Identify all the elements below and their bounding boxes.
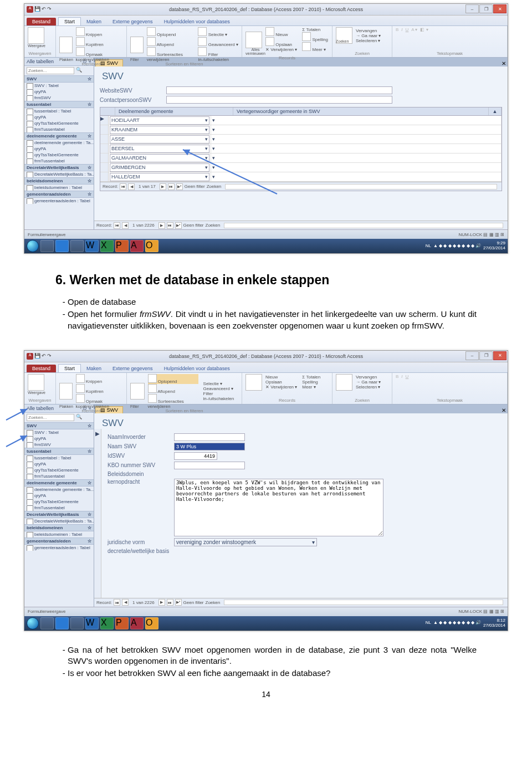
window-min-button[interactable]: – <box>466 4 479 13</box>
tab-hulpmiddelen[interactable]: Hulpmiddelen voor databases <box>158 365 236 372</box>
doc-close-button[interactable]: ✕ <box>502 60 506 66</box>
ribbon-knippen[interactable]: Knippen <box>76 27 123 37</box>
gemeente-combo[interactable]: KRAAINEM▾ <box>110 126 209 134</box>
nav-last-icon[interactable]: ⏭ <box>167 599 173 606</box>
taskbar-app[interactable]: P <box>115 617 129 629</box>
search-icon[interactable]: 🔍 <box>76 414 82 421</box>
jurvorm-select[interactable]: vereniging zonder winstoogmerk▾ <box>174 538 317 546</box>
nav-next-icon[interactable]: ▶ <box>158 222 165 229</box>
website-input[interactable] <box>166 86 392 94</box>
gemeente-combo[interactable]: HOEILAART▾ <box>110 116 209 125</box>
nav-item[interactable]: frmSWV <box>24 95 94 101</box>
nav-item[interactable]: qryPA <box>24 436 94 442</box>
nav-search-input[interactable] <box>27 67 74 74</box>
taskbar-app[interactable]: P <box>115 240 129 252</box>
ribbon-totalen[interactable]: Σ Totalen <box>302 375 320 380</box>
paste-icon[interactable] <box>59 383 73 400</box>
tab-externe[interactable]: Externe gegevens <box>107 18 158 25</box>
taskbar-app[interactable]: W <box>85 617 99 629</box>
grid-hscroll[interactable] <box>225 184 497 190</box>
nav-group-header[interactable]: deelnemende gemeente☆ <box>24 479 94 487</box>
nav-group-header[interactable]: SWV☆ <box>24 75 94 83</box>
window-close-button[interactable]: ✕ <box>493 351 507 360</box>
ribbon-selecteren[interactable]: Selecteren ▾ <box>356 385 381 390</box>
vertegenwoordiger-combo[interactable]: ▾ <box>212 117 318 123</box>
taskbar-app[interactable]: X <box>100 240 114 252</box>
taskbar-app[interactable]: A <box>130 617 144 629</box>
nav-next-icon[interactable]: ▶ <box>160 183 166 190</box>
tab-hulpmiddelen[interactable]: Hulpmiddelen voor databases <box>158 18 236 25</box>
tab-start[interactable]: Start <box>58 17 81 25</box>
nav-first-icon[interactable]: ⏮ <box>114 599 120 606</box>
table-row[interactable]: ▶HOEILAART▾▾ <box>100 116 502 125</box>
taskbar-app[interactable] <box>70 240 84 252</box>
nav-group-header[interactable]: beleidsdomeinen☆ <box>24 524 94 531</box>
nav-item[interactable]: qryTssTabelGemeente <box>24 120 94 126</box>
taskbar-app[interactable]: X <box>100 617 114 629</box>
ribbon-geavanceerd[interactable]: Geavanceerd ▾ <box>203 386 238 391</box>
ribbon-selectie[interactable]: Selectie ▾ <box>203 381 238 386</box>
view-icon[interactable] <box>28 27 44 44</box>
kernopdracht-input[interactable] <box>174 479 383 536</box>
naaminvoerder-input[interactable] <box>174 433 245 441</box>
nav-last-icon[interactable]: ⏭ <box>168 183 175 190</box>
nav-prev-icon[interactable]: ◀ <box>122 599 129 606</box>
nav-group-header[interactable]: gemeenteraadsleden☆ <box>24 191 94 198</box>
nav-last-icon[interactable]: ⏭ <box>167 222 173 229</box>
gemeente-combo[interactable]: GALMAARDEN▾ <box>110 154 209 162</box>
tab-bestand[interactable]: Bestand <box>27 365 56 372</box>
form-hscroll[interactable] <box>224 600 503 605</box>
view-switcher[interactable]: ▤ ▦ ▥ ⊞ <box>483 609 504 614</box>
taskbar-app[interactable] <box>40 617 54 629</box>
ribbon-ganaar[interactable]: → Ga naar ▾ <box>356 33 381 38</box>
nav-first-icon[interactable]: ⏮ <box>114 222 120 229</box>
start-orb[interactable] <box>27 240 39 252</box>
nav-item[interactable]: qryTssTabelGemeente <box>24 467 94 473</box>
vertegenwoordiger-combo[interactable]: ▾ <box>212 146 318 151</box>
ribbon-selectie[interactable]: Selectie ▾ <box>198 27 238 37</box>
nav-item[interactable]: frmSWV <box>24 442 94 448</box>
ribbon-aflopend[interactable]: Aflopend <box>147 37 193 47</box>
ribbon-vervangen[interactable]: Vervangen <box>356 28 381 33</box>
nav-item[interactable]: deelnemende gemeente : Ta... <box>24 487 94 493</box>
start-orb[interactable] <box>27 617 39 629</box>
nav-header[interactable]: Alle tabellen <box>27 59 54 64</box>
table-row[interactable]: BEERSEL▾▾ <box>100 144 502 153</box>
qat-save-icon[interactable]: 💾 <box>34 6 40 13</box>
vertegenwoordiger-combo[interactable]: ▾ <box>212 136 318 142</box>
ribbon-totalen[interactable]: Σ Totalen <box>302 27 328 32</box>
nav-item[interactable]: qryPA <box>24 493 94 499</box>
window-min-button[interactable]: – <box>466 351 479 360</box>
qat-redo-icon[interactable]: ↷ <box>47 353 52 360</box>
vertegenwoordiger-combo[interactable]: ▾ <box>212 155 318 161</box>
nav-next-icon[interactable]: ▶ <box>158 599 165 606</box>
nav-first-icon[interactable]: ⏮ <box>120 183 126 190</box>
nav-item[interactable]: tussentabel : Tabel <box>24 455 94 461</box>
window-max-button[interactable]: ❐ <box>479 4 493 13</box>
ribbon-kopieren[interactable]: Kopiëren <box>76 37 123 47</box>
nav-item[interactable]: SWV : Tabel <box>24 429 94 436</box>
nav-group-header[interactable]: beleidsdomeinen☆ <box>24 177 94 185</box>
vertegenwoordiger-combo[interactable]: ▾ <box>212 127 318 132</box>
record-selector[interactable]: ▶ <box>94 429 101 598</box>
nav-item[interactable]: frmTussentabel <box>24 158 94 164</box>
nav-group-header[interactable]: tussentabel☆ <box>24 448 94 455</box>
qat-undo-icon[interactable]: ↶ <box>42 353 46 360</box>
taskbar-app[interactable]: O <box>145 617 158 629</box>
nav-item[interactable]: gemeenteraadsleden : Tabel <box>24 198 94 204</box>
ribbon-nieuw[interactable]: Nieuw <box>265 375 297 380</box>
nav-item[interactable]: qryTssTabelGemeente <box>24 499 94 505</box>
taskbar-app[interactable] <box>55 617 69 629</box>
ribbon-meer[interactable]: Meer ▾ <box>302 42 328 52</box>
taskbar-app[interactable]: W <box>85 240 99 252</box>
ribbon-oplopend[interactable]: Oplopend <box>148 374 198 384</box>
paste-icon[interactable] <box>59 37 73 53</box>
find-icon[interactable] <box>336 374 352 391</box>
tab-maken[interactable]: Maken <box>81 18 107 25</box>
view-icon[interactable] <box>28 374 44 391</box>
nav-item[interactable]: beleidsdomeinen : Tabel <box>24 185 94 191</box>
ribbon-oplopend[interactable]: Oplopend <box>147 27 193 37</box>
vertegenwoordiger-combo[interactable]: ▾ <box>212 174 318 180</box>
ribbon-verwijderen[interactable]: ✕ Verwijderen ▾ <box>265 47 297 52</box>
nav-item[interactable]: gemeenteraadsleden : Tabel <box>24 545 94 551</box>
